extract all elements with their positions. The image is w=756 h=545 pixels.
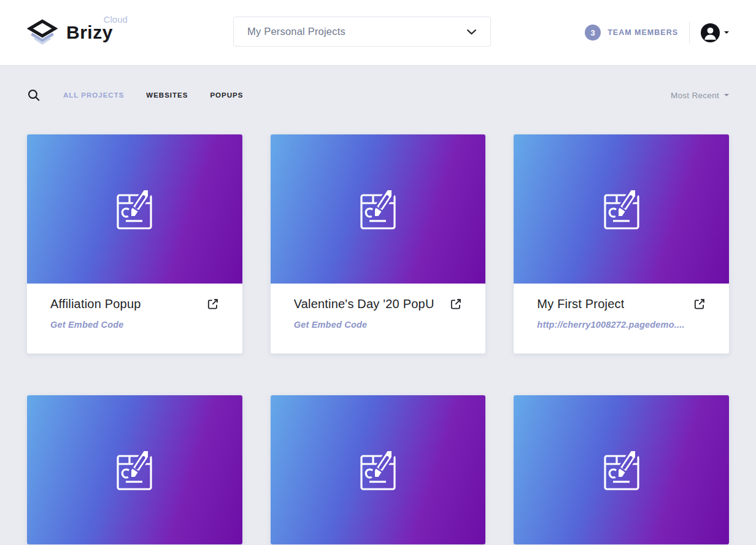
external-link-icon (693, 298, 706, 311)
project-card: Affiliation Popup Get Embed Code (27, 134, 242, 354)
project-card (271, 395, 486, 544)
page-edit-icon (107, 182, 161, 236)
project-thumbnail[interactable] (514, 134, 729, 284)
search-icon (27, 88, 40, 102)
account-menu[interactable] (701, 23, 729, 42)
app-header: Brizy Cloud My Personal Projects 3 TEAM … (0, 0, 756, 65)
page-edit-icon (351, 182, 405, 236)
chevron-down-icon (466, 29, 477, 35)
sort-select[interactable]: Most Recent (671, 91, 729, 100)
workspace-select[interactable]: My Personal Projects (233, 17, 491, 47)
external-link-icon (449, 298, 462, 311)
project-info: Valentine's Day '20 PopU Get Embed Code (271, 284, 486, 354)
tab-popups[interactable]: POPUPS (210, 91, 243, 99)
project-thumbnail[interactable] (271, 395, 486, 544)
project-thumbnail[interactable] (27, 395, 242, 544)
project-card: My First Project http://cherry1008272.pa… (514, 134, 729, 354)
tab-all-projects[interactable]: ALL PROJECTS (63, 91, 124, 99)
project-thumbnail[interactable] (514, 395, 729, 544)
brand-suffix: Cloud (104, 14, 128, 25)
sort-select-value: Most Recent (671, 91, 719, 100)
tab-websites[interactable]: WEBSITES (146, 91, 188, 99)
project-subtitle-link[interactable]: Get Embed Code (50, 320, 124, 330)
team-count-badge: 3 (585, 25, 601, 41)
project-card (514, 395, 729, 544)
team-members-button[interactable]: 3 TEAM MEMBERS (585, 25, 678, 41)
account-caret-down-icon (724, 31, 729, 36)
project-filter-tabs: ALL PROJECTS WEBSITES POPUPS (63, 91, 243, 99)
open-project-button[interactable] (693, 298, 706, 311)
project-info: My First Project http://cherry1008272.pa… (514, 284, 729, 354)
header-actions: 3 TEAM MEMBERS (585, 21, 729, 44)
project-subtitle-link[interactable]: Get Embed Code (294, 320, 368, 330)
sort-caret-down-icon (724, 94, 729, 99)
workspace-select-value: My Personal Projects (247, 26, 345, 37)
page-edit-icon (351, 443, 405, 497)
project-card (27, 395, 242, 544)
project-thumbnail[interactable] (271, 134, 486, 284)
page-edit-icon (595, 443, 649, 497)
page-edit-icon (107, 443, 161, 497)
filter-toolbar: ALL PROJECTS WEBSITES POPUPS Most Recent (27, 88, 729, 102)
header-divider (689, 21, 690, 44)
project-subtitle-link[interactable]: http://cherry1008272.pagedemo.... (537, 320, 684, 330)
team-members-label: TEAM MEMBERS (608, 28, 678, 37)
project-title: My First Project (537, 297, 624, 311)
project-title: Affiliation Popup (50, 297, 141, 311)
open-project-button[interactable] (449, 298, 462, 311)
project-title: Valentine's Day '20 PopU (294, 297, 434, 311)
brand-name: Brizy (66, 22, 113, 42)
project-card: Valentine's Day '20 PopU Get Embed Code (271, 134, 486, 354)
search-button[interactable] (27, 88, 40, 102)
external-link-icon (206, 298, 219, 311)
project-thumbnail[interactable] (27, 134, 242, 284)
brizy-logo[interactable]: Brizy Cloud (27, 18, 113, 47)
brizy-diamond-icon (27, 18, 58, 47)
page-edit-icon (595, 182, 649, 236)
project-info: Affiliation Popup Get Embed Code (27, 284, 242, 354)
open-project-button[interactable] (206, 298, 219, 311)
projects-grid: Affiliation Popup Get Embed Code (0, 134, 756, 544)
avatar-icon (701, 23, 720, 42)
